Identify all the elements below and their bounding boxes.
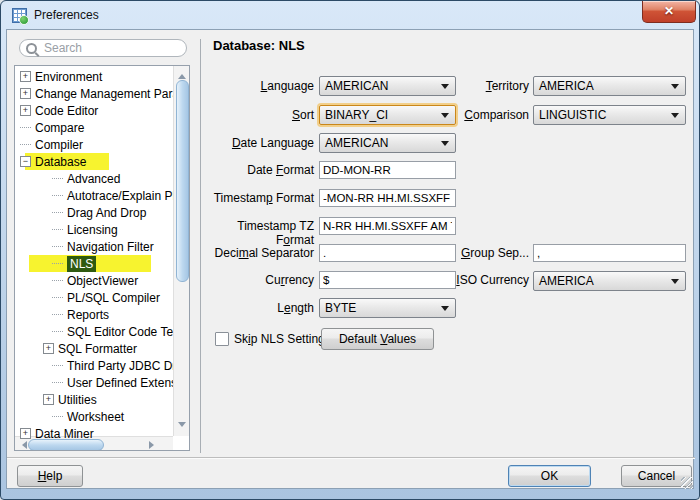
scroll-left-icon[interactable] bbox=[18, 441, 27, 449]
language-select[interactable]: AMERICAN bbox=[319, 76, 456, 96]
title-bar[interactable]: Preferences ✕ bbox=[1, 1, 699, 30]
territory-label: Territory bbox=[439, 79, 529, 93]
timestamp-format-label: Timestamp Format bbox=[196, 191, 314, 205]
tree-item-database[interactable]: Database bbox=[15, 153, 173, 170]
decimal-separator-label: Decimal Separator bbox=[196, 246, 314, 260]
tree-item-navigation-filter[interactable]: Navigation Filter bbox=[15, 238, 173, 255]
scroll-down-icon[interactable] bbox=[178, 422, 186, 431]
dropdown-arrow-icon bbox=[671, 84, 679, 93]
timestamp-format-input[interactable] bbox=[319, 189, 456, 207]
scroll-up-icon[interactable] bbox=[178, 70, 186, 79]
group-separator-input[interactable] bbox=[533, 244, 686, 262]
vertical-scrollbar[interactable] bbox=[173, 66, 189, 436]
date-format-label: Date Format bbox=[196, 163, 314, 177]
tree-item-third-party-jdbc[interactable]: Third Party JDBC Driver bbox=[15, 357, 173, 374]
iso-currency-label: ISO Currency bbox=[439, 273, 529, 287]
search-input[interactable] bbox=[19, 39, 187, 57]
search-icon bbox=[26, 43, 37, 54]
tree-leader bbox=[52, 382, 63, 383]
group-separator-label: Group Sep... bbox=[439, 246, 529, 260]
tree-leader bbox=[52, 314, 63, 315]
tree-item-drag-and-drop[interactable]: Drag And Drop bbox=[15, 204, 173, 221]
page-title: Database: NLS bbox=[213, 38, 305, 53]
tree-item-compare[interactable]: Compare bbox=[15, 119, 173, 136]
preferences-dialog: Preferences ✕ Environment Change Managem… bbox=[0, 0, 700, 500]
scroll-right-icon[interactable] bbox=[149, 441, 158, 449]
timestamp-tz-format-input[interactable] bbox=[319, 217, 456, 235]
currency-input[interactable] bbox=[319, 271, 456, 289]
tree-leader bbox=[52, 229, 63, 230]
tree-item-objectviewer[interactable]: ObjectViewer bbox=[15, 272, 173, 289]
ok-button[interactable]: OK bbox=[508, 465, 591, 487]
tree-item-autotrace[interactable]: Autotrace/Explain Plan bbox=[15, 187, 173, 204]
decimal-separator-input[interactable] bbox=[319, 244, 456, 262]
horizontal-scrollbar-thumb[interactable] bbox=[28, 439, 104, 451]
tree-item-utilities[interactable]: Utilities bbox=[15, 391, 173, 408]
tree-item-sql-formatter[interactable]: SQL Formatter bbox=[15, 340, 173, 357]
collapse-minus-icon[interactable] bbox=[20, 156, 31, 167]
date-language-label: Date Language bbox=[196, 136, 314, 150]
tree-leader bbox=[52, 246, 63, 247]
territory-select[interactable]: AMERICA bbox=[533, 76, 686, 96]
expand-plus-icon[interactable] bbox=[43, 343, 54, 354]
default-values-button[interactable]: Default Values bbox=[321, 328, 434, 350]
length-label: Length bbox=[196, 301, 314, 315]
tree-item-compiler[interactable]: Compiler bbox=[15, 136, 173, 153]
sort-label: Sort bbox=[196, 108, 314, 122]
skip-nls-label: Skip NLS Settings bbox=[234, 332, 331, 346]
tree-leader bbox=[52, 212, 63, 213]
timestamp-tz-format-label: Timestamp TZ Format bbox=[196, 219, 314, 247]
tree-leader bbox=[52, 195, 63, 196]
expand-plus-icon[interactable] bbox=[20, 71, 31, 82]
close-button[interactable]: ✕ bbox=[642, 1, 696, 23]
comparison-label: Comparison bbox=[439, 108, 529, 122]
tree-item-nls[interactable]: NLS bbox=[15, 255, 173, 272]
expand-plus-icon[interactable] bbox=[20, 105, 31, 116]
expand-plus-icon[interactable] bbox=[20, 428, 31, 439]
tree-item-advanced[interactable]: Advanced bbox=[15, 170, 173, 187]
tree-item-reports[interactable]: Reports bbox=[15, 306, 173, 323]
tree-item-environment[interactable]: Environment bbox=[15, 68, 173, 85]
preferences-app-icon bbox=[12, 8, 27, 23]
comparison-select[interactable]: LINGUISTIC bbox=[533, 105, 686, 125]
dropdown-arrow-icon bbox=[441, 306, 449, 315]
tree-item-user-defined-extensions[interactable]: User Defined Extension bbox=[15, 374, 173, 391]
close-icon: ✕ bbox=[664, 4, 674, 18]
tree-leader bbox=[52, 365, 63, 366]
iso-currency-select[interactable]: AMERICA bbox=[533, 271, 686, 291]
tree-item-change-management[interactable]: Change Management Param bbox=[15, 85, 173, 102]
sort-select[interactable]: BINARY_CI bbox=[319, 105, 456, 125]
expand-plus-icon[interactable] bbox=[43, 394, 54, 405]
window-title: Preferences bbox=[34, 8, 99, 22]
tree-item-licensing[interactable]: Licensing bbox=[15, 221, 173, 238]
dropdown-arrow-icon bbox=[671, 113, 679, 122]
date-format-input[interactable] bbox=[319, 161, 456, 179]
vertical-scrollbar-thumb[interactable] bbox=[176, 80, 189, 282]
expand-plus-icon[interactable] bbox=[20, 88, 31, 99]
tree-item-worksheet[interactable]: Worksheet bbox=[15, 408, 173, 425]
date-language-select[interactable]: AMERICAN bbox=[319, 133, 456, 153]
help-button[interactable]: Help bbox=[17, 465, 83, 487]
footer-separator bbox=[7, 457, 695, 459]
tree-leader bbox=[20, 127, 31, 128]
tree-leader bbox=[52, 263, 63, 264]
tree-item-sql-editor-code-templates[interactable]: SQL Editor Code Templa bbox=[15, 323, 173, 340]
tree-leader bbox=[52, 416, 63, 417]
resize-grip[interactable] bbox=[681, 477, 693, 489]
dropdown-arrow-icon bbox=[441, 141, 449, 150]
length-select[interactable]: BYTE bbox=[319, 298, 456, 318]
tree-item-code-editor[interactable]: Code Editor bbox=[15, 102, 173, 119]
tree-item-plsql-compiler[interactable]: PL/SQL Compiler bbox=[15, 289, 173, 306]
currency-label: Currency bbox=[196, 273, 314, 287]
tree-leader bbox=[52, 280, 63, 281]
tree-leader bbox=[52, 178, 63, 179]
tree-leader bbox=[52, 331, 63, 332]
tree-leader bbox=[20, 144, 31, 145]
tree-leader bbox=[52, 297, 63, 298]
preferences-tree: Environment Change Management Param Code… bbox=[14, 65, 190, 451]
language-label: Language bbox=[196, 79, 314, 93]
skip-nls-checkbox[interactable] bbox=[215, 332, 229, 346]
dropdown-arrow-icon bbox=[671, 279, 679, 288]
